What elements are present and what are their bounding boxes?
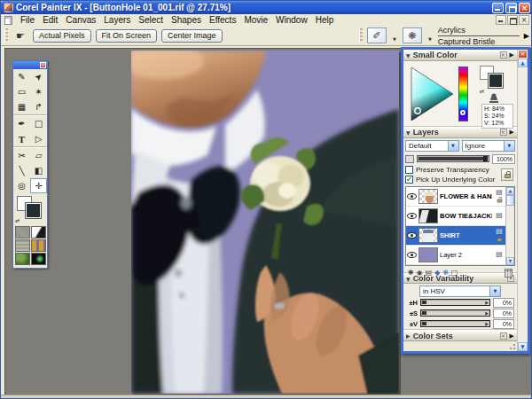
layer-list-scrollbar[interactable]: ▲ ▼ bbox=[505, 187, 514, 265]
layer-thumbnail[interactable] bbox=[419, 228, 438, 243]
script-selector[interactable] bbox=[31, 253, 46, 265]
menu-layers[interactable]: Layers bbox=[104, 15, 130, 25]
new-layer-icon[interactable]: □ bbox=[451, 269, 458, 278]
brush-selector-drag-handle[interactable] bbox=[359, 28, 363, 43]
layers-flyout-icon[interactable]: ▶ bbox=[510, 129, 514, 136]
value-variability-value[interactable]: 0% bbox=[493, 319, 514, 329]
dropdown-icon[interactable]: ▼ bbox=[504, 141, 514, 151]
layer-name[interactable]: FLOWER & HAND bbox=[440, 192, 492, 200]
brush-category-icon[interactable]: ✐ bbox=[367, 27, 387, 43]
visibility-eye-icon[interactable] bbox=[407, 193, 417, 200]
child-minimize-icon[interactable] bbox=[496, 15, 506, 25]
magic-wand-tool[interactable]: ✶ bbox=[30, 84, 47, 99]
scroll-down-icon[interactable]: ▼ bbox=[506, 257, 514, 265]
main-color-swatch[interactable] bbox=[489, 74, 503, 88]
menu-help[interactable]: Help bbox=[316, 15, 334, 25]
composite-method-select[interactable]: Default ▼ bbox=[405, 140, 459, 152]
dropper-tool[interactable]: ╲ bbox=[13, 163, 30, 178]
rectangular-selection-tool[interactable]: ▭ bbox=[13, 84, 30, 99]
collapse-icon[interactable]: ▼ bbox=[406, 52, 411, 59]
value-variability-slider[interactable]: ▶ bbox=[420, 320, 490, 327]
variability-mode-select[interactable]: in HSV ▼ bbox=[419, 286, 501, 297]
rectangular-shape-tool[interactable]: □ bbox=[30, 116, 47, 131]
scrollbar-track[interactable] bbox=[518, 67, 528, 342]
opacity-value[interactable]: 100% bbox=[492, 154, 515, 164]
hue-slider[interactable] bbox=[458, 66, 468, 121]
toolbox-close-icon[interactable]: × bbox=[40, 62, 46, 68]
gradient-selector[interactable] bbox=[31, 226, 46, 239]
layer-row-partial[interactable] bbox=[406, 265, 514, 266]
resize-grip[interactable] bbox=[508, 342, 515, 349]
dropdown-icon[interactable]: ▼ bbox=[448, 141, 458, 151]
scissors-tool[interactable]: ✂ bbox=[13, 148, 30, 163]
layer-row-bowtie-jacket[interactable]: BOW TIE&JACKET ▤ bbox=[406, 207, 514, 226]
brush-category-dropdown-icon[interactable]: ▼ bbox=[391, 27, 398, 43]
eraser-tool[interactable]: ▱ bbox=[30, 148, 47, 163]
hue-variability-slider[interactable]: ▶ bbox=[420, 299, 490, 306]
swap-colors-icon[interactable]: ⇄ bbox=[480, 88, 484, 94]
opacity-slider-handle[interactable] bbox=[483, 156, 488, 161]
menu-effects[interactable]: Effects bbox=[209, 15, 236, 25]
color-sets-close-icon[interactable]: × bbox=[500, 332, 507, 340]
menu-edit[interactable]: Edit bbox=[43, 15, 58, 25]
composite-depth-select[interactable]: Ignore ▼ bbox=[462, 140, 516, 152]
visibility-eye-icon[interactable] bbox=[407, 232, 417, 239]
child-restore-icon[interactable] bbox=[507, 15, 518, 25]
layer-row-flower-hand[interactable]: FLOWER & HAND ▤ bbox=[406, 187, 514, 207]
layer-row-layer2[interactable]: Layer 2 ▤ bbox=[406, 246, 514, 265]
layer-name[interactable]: SHIRT bbox=[440, 231, 492, 239]
brush-category-label[interactable]: Acrylics bbox=[438, 26, 520, 36]
layers-header[interactable]: ▼ Layers × ▶ bbox=[403, 127, 517, 138]
visibility-eye-icon[interactable] bbox=[407, 213, 417, 219]
brush-selector[interactable]: Acrylics Captured Bristle bbox=[438, 26, 520, 46]
brush-selector-flyout-icon[interactable]: ▶ bbox=[524, 32, 529, 40]
minimize-icon[interactable] bbox=[492, 3, 504, 13]
color-sets-flyout-icon[interactable]: ▶ bbox=[510, 332, 514, 340]
collapse-icon[interactable]: ▼ bbox=[406, 129, 411, 136]
collapsed-icon[interactable]: ▶ bbox=[406, 332, 411, 339]
layer-thumbnail-toggle-icon[interactable] bbox=[405, 155, 414, 163]
toolbox-title-bar[interactable]: × bbox=[13, 61, 47, 69]
toolbar-drag-handle[interactable] bbox=[4, 28, 8, 43]
fit-on-screen-button[interactable]: Fit On Screen bbox=[96, 29, 158, 43]
paper-selector[interactable] bbox=[15, 226, 30, 239]
brush-variant-icon[interactable]: ❋ bbox=[403, 27, 422, 43]
brush-variant-dropdown-icon[interactable]: ▼ bbox=[426, 27, 434, 43]
brush-tool[interactable]: ✎ bbox=[13, 69, 30, 84]
menu-file[interactable]: File bbox=[20, 15, 35, 25]
weave-selector[interactable] bbox=[15, 239, 30, 252]
menu-movie[interactable]: Movie bbox=[244, 15, 268, 25]
scrollbar-thumb[interactable] bbox=[506, 195, 514, 206]
menu-window[interactable]: Window bbox=[276, 15, 308, 25]
menu-shapes[interactable]: Shapes bbox=[171, 15, 201, 25]
hsv-triangle[interactable] bbox=[411, 66, 455, 121]
palette-scrollbar[interactable]: × ▲ ▼ bbox=[517, 50, 528, 351]
lock-layer-button[interactable] bbox=[501, 168, 513, 181]
layer-row-shirt-selected[interactable]: SHIRT ▤ bbox=[406, 226, 514, 246]
swap-colors-icon[interactable]: ⇄ bbox=[15, 217, 20, 223]
saturation-variability-slider[interactable]: ▶ bbox=[420, 309, 490, 317]
text-tool[interactable]: T bbox=[13, 131, 30, 146]
layer-thumbnail[interactable] bbox=[419, 189, 438, 204]
canvas-painting[interactable] bbox=[131, 51, 399, 394]
shape-selection-tool[interactable]: ▷ bbox=[30, 131, 47, 146]
opacity-slider[interactable] bbox=[417, 155, 489, 162]
restore-icon[interactable] bbox=[505, 3, 517, 13]
title-bar[interactable]: Corel Painter IX - [ButtonHole 01_001.ri… bbox=[1, 1, 532, 14]
layer-name[interactable]: BOW TIE&JACKET bbox=[440, 212, 492, 220]
layer-name[interactable]: Layer 2 bbox=[440, 251, 492, 259]
scroll-up-icon[interactable]: ▲ bbox=[506, 187, 514, 195]
child-close-icon[interactable]: × bbox=[519, 15, 529, 25]
new-liquid-ink-layer-icon[interactable]: ❋ bbox=[442, 269, 449, 278]
visibility-eye-icon[interactable] bbox=[407, 252, 417, 258]
selection-adjuster-tool[interactable]: ↱ bbox=[30, 99, 47, 114]
menu-canvas[interactable]: Canvas bbox=[66, 15, 96, 25]
actual-pixels-button[interactable]: Actual Pixels bbox=[33, 29, 91, 43]
group-layers-icon[interactable]: ▤ bbox=[426, 269, 433, 278]
small-color-flyout-icon[interactable]: ▶ bbox=[510, 51, 514, 59]
magnifier-tool[interactable]: ◎ bbox=[13, 178, 30, 193]
layer-thumbnail[interactable] bbox=[419, 208, 438, 223]
dropdown-icon[interactable]: ▼ bbox=[489, 286, 500, 296]
palette-close-icon[interactable]: × bbox=[518, 50, 528, 59]
crop-tool[interactable]: ▦ bbox=[13, 99, 30, 114]
